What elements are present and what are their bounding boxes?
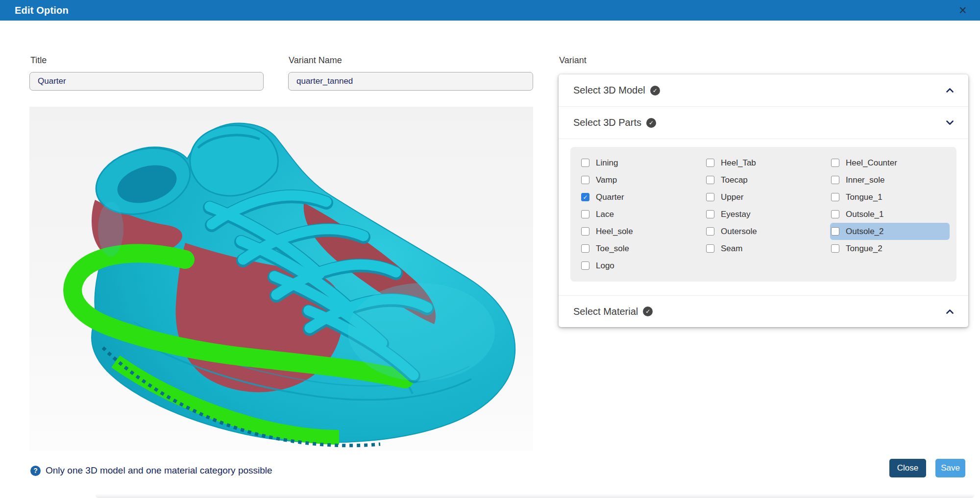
help-note: ? Only one 3D model and one material cat… (30, 465, 272, 476)
close-button[interactable]: Close (889, 459, 926, 477)
modal-title: Edit Option (15, 5, 69, 16)
modal-header: Edit Option × (0, 0, 980, 21)
part-option-toe_sole[interactable]: Toe_sole (580, 240, 705, 257)
part-option-logo[interactable]: Logo (580, 257, 705, 274)
variant-name-input[interactable] (288, 72, 533, 91)
checkbox-lace[interactable] (581, 210, 589, 218)
part-option-toecap[interactable]: Toecap (705, 171, 830, 189)
part-option-outsole_2[interactable]: Outsole_2 (830, 223, 950, 240)
title-input[interactable] (29, 72, 264, 91)
part-option-label: Vamp (596, 175, 617, 185)
chevron-up-icon (946, 88, 954, 93)
checkbox-outsole_1[interactable] (831, 210, 839, 218)
checkbox-toe_sole[interactable] (581, 244, 589, 253)
checkbox-tongue_2[interactable] (831, 244, 839, 253)
part-option-label: Outsole_1 (846, 210, 884, 219)
help-icon: ? (30, 466, 41, 476)
part-option-quarter[interactable]: ✓Quarter (580, 189, 705, 206)
close-icon[interactable]: × (955, 0, 971, 21)
part-option-heel_sole[interactable]: Heel_sole (580, 223, 705, 240)
checkbox-heel_counter[interactable] (831, 159, 839, 167)
part-option-label: Lining (596, 158, 618, 168)
part-option-label: Heel_sole (596, 227, 633, 237)
variant-name-label: Variant Name (289, 55, 342, 66)
part-option-label: Heel_Counter (846, 158, 897, 168)
checkbox-eyestay[interactable] (706, 210, 714, 218)
part-option-lace[interactable]: Lace (580, 206, 705, 223)
page-edge-behind-modal (96, 494, 974, 498)
sneaker-3d-render (29, 107, 533, 451)
part-option-label: Lace (596, 210, 614, 219)
part-option-upper[interactable]: Upper (705, 189, 830, 206)
help-text: Only one 3D model and one material categ… (46, 465, 272, 476)
part-option-tongue_2[interactable]: Tongue_2 (830, 240, 950, 257)
part-option-outersole[interactable]: Outersole (705, 223, 830, 240)
checkbox-vamp[interactable] (581, 176, 589, 184)
part-option-heel_counter[interactable]: Heel_Counter (830, 154, 950, 171)
save-button[interactable]: Save (935, 459, 965, 477)
part-option-label: Upper (721, 192, 743, 202)
title-label: Title (30, 55, 47, 66)
part-option-lining[interactable]: Lining (580, 154, 705, 171)
checkbox-inner_sole[interactable] (831, 176, 839, 184)
chevron-down-icon (946, 120, 954, 125)
part-option-label: Heel_Tab (721, 158, 756, 168)
variant-accordion-card: Select 3D Model ✓ Select 3D Parts ✓ Lini… (559, 74, 968, 327)
checkbox-logo[interactable] (581, 261, 589, 270)
part-option-label: Quarter (596, 192, 624, 202)
chevron-up-icon (946, 309, 954, 314)
section-select-3d-parts[interactable]: Select 3D Parts ✓ (559, 107, 968, 139)
part-option-label: Outersole (721, 227, 757, 237)
variant-label: Variant (559, 55, 587, 66)
checkbox-toecap[interactable] (706, 176, 714, 184)
part-option-label: Toe_sole (596, 244, 629, 254)
checkbox-quarter[interactable]: ✓ (581, 193, 589, 201)
part-option-label: Tongue_2 (846, 244, 882, 254)
part-option-label: Seam (721, 244, 742, 254)
checkbox-seam[interactable] (706, 244, 714, 253)
checkbox-tongue_1[interactable] (831, 193, 839, 201)
checkbox-heel_tab[interactable] (706, 159, 714, 167)
parts-checkbox-panel: LiningVamp✓QuarterLaceHeel_soleToe_soleL… (570, 147, 956, 282)
section-select-3d-model[interactable]: Select 3D Model ✓ (559, 74, 968, 107)
model-preview[interactable] (29, 107, 533, 451)
part-option-label: Eyestay (721, 210, 750, 219)
part-option-tongue_1[interactable]: Tongue_1 (830, 189, 950, 206)
section-title: Select 3D Model (573, 85, 645, 96)
completed-check-icon: ✓ (650, 86, 660, 95)
section-title: Select 3D Parts (573, 117, 641, 128)
checkbox-upper[interactable] (706, 193, 714, 201)
checkbox-heel_sole[interactable] (581, 227, 589, 236)
part-option-label: Outsole_2 (846, 227, 884, 237)
part-option-label: Toecap (721, 175, 748, 185)
part-option-vamp[interactable]: Vamp (580, 171, 705, 189)
part-option-eyestay[interactable]: Eyestay (705, 206, 830, 223)
shoe-toe-highlight (348, 283, 495, 381)
part-option-label: Inner_sole (846, 175, 884, 185)
parts-column-1: LiningVamp✓QuarterLaceHeel_soleToe_soleL… (580, 154, 705, 274)
section-select-material[interactable]: Select Material ✓ (559, 295, 968, 327)
section-title: Select Material (573, 306, 638, 317)
part-option-outsole_1[interactable]: Outsole_1 (830, 206, 950, 223)
part-option-inner_sole[interactable]: Inner_sole (830, 171, 950, 189)
part-option-label: Logo (596, 261, 614, 271)
parts-column-2: Heel_TabToecapUpperEyestayOutersoleSeam (705, 154, 830, 274)
checkbox-outsole_2[interactable] (831, 227, 839, 236)
shoe-heel-highlight (98, 202, 123, 257)
checkbox-lining[interactable] (581, 159, 589, 167)
part-option-heel_tab[interactable]: Heel_Tab (705, 154, 830, 171)
checkbox-outersole[interactable] (706, 227, 714, 236)
part-option-label: Tongue_1 (846, 192, 882, 202)
part-option-seam[interactable]: Seam (705, 240, 830, 257)
completed-check-icon: ✓ (643, 307, 653, 316)
parts-column-3: Heel_CounterInner_soleTongue_1Outsole_1O… (830, 154, 950, 274)
completed-check-icon: ✓ (646, 118, 656, 128)
